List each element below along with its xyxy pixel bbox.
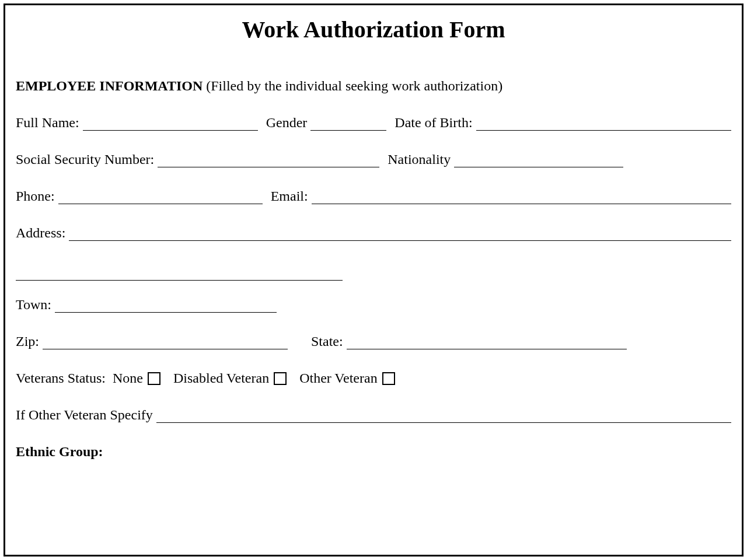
- input-state[interactable]: [347, 335, 627, 349]
- label-gender: Gender: [266, 115, 308, 131]
- label-ssn: Social Security Number:: [16, 152, 154, 167]
- form-title: Work Authorization Form: [16, 16, 731, 43]
- input-ssn[interactable]: [158, 153, 379, 167]
- input-town[interactable]: [55, 299, 277, 313]
- input-nationality[interactable]: [454, 153, 623, 167]
- label-vet-none: None: [113, 370, 143, 386]
- label-full-name: Full Name:: [16, 115, 79, 131]
- row-other-veteran-specify: If Other Veteran Specify: [16, 407, 731, 423]
- row-veterans-status: Veterans Status: None Disabled Veteran O…: [16, 370, 731, 386]
- label-other-specify: If Other Veteran Specify: [16, 407, 153, 423]
- row-address: Address:: [16, 225, 731, 241]
- label-vet-disabled: Disabled Veteran: [173, 370, 269, 386]
- input-email[interactable]: [312, 190, 731, 204]
- row-town: Town:: [16, 297, 731, 313]
- label-town: Town:: [16, 297, 51, 313]
- row-name-gender-dob: Full Name: Gender Date of Birth:: [16, 115, 731, 131]
- input-full-name[interactable]: [83, 117, 258, 131]
- input-other-specify[interactable]: [156, 409, 731, 423]
- checkbox-vet-disabled[interactable]: [274, 372, 287, 385]
- section-subtext: (Filled by the individual seeking work a…: [203, 78, 502, 93]
- row-address-2: [16, 267, 731, 281]
- label-phone: Phone:: [16, 188, 55, 204]
- label-address: Address:: [16, 225, 65, 241]
- input-dob[interactable]: [476, 117, 731, 131]
- input-gender[interactable]: [310, 117, 386, 131]
- section-heading: EMPLOYEE INFORMATION: [16, 78, 203, 93]
- section-employee-info: EMPLOYEE INFORMATION (Filled by the indi…: [16, 78, 731, 94]
- form-page: Work Authorization Form EMPLOYEE INFORMA…: [4, 4, 743, 556]
- label-veterans-status: Veterans Status:: [16, 370, 106, 386]
- label-email: Email:: [271, 188, 308, 204]
- input-address-1[interactable]: [69, 227, 731, 241]
- label-ethnic-group: Ethnic Group:: [16, 444, 731, 460]
- label-zip: Zip:: [16, 334, 39, 349]
- input-address-2[interactable]: [16, 267, 343, 281]
- row-zip-state: Zip: State:: [16, 334, 731, 349]
- label-state: State:: [311, 334, 343, 349]
- label-vet-other: Other Veteran: [299, 370, 378, 386]
- checkbox-vet-none[interactable]: [148, 372, 160, 385]
- label-dob: Date of Birth:: [395, 115, 472, 131]
- checkbox-vet-other[interactable]: [382, 372, 395, 385]
- label-nationality: Nationality: [388, 152, 451, 167]
- row-phone-email: Phone: Email:: [16, 188, 731, 204]
- row-ssn-nationality: Social Security Number: Nationality: [16, 152, 731, 167]
- input-zip[interactable]: [43, 335, 288, 349]
- input-phone[interactable]: [58, 190, 263, 204]
